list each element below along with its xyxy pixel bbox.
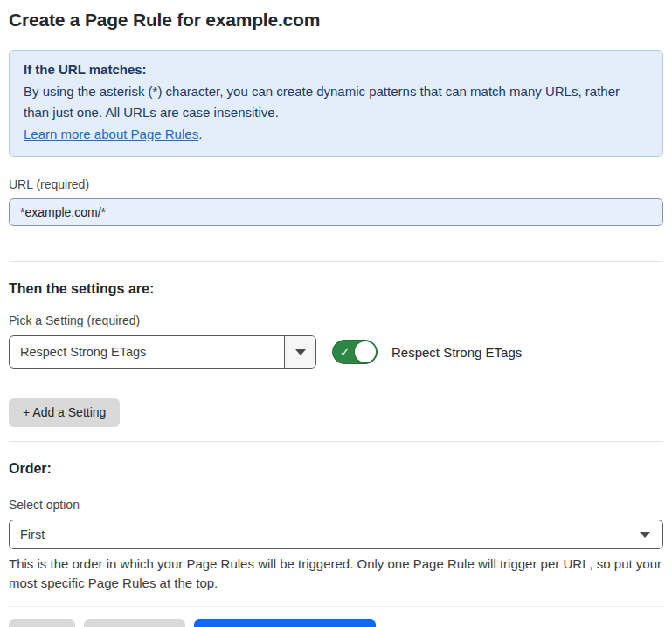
- learn-more-link[interactable]: Learn more about Page Rules: [24, 127, 198, 141]
- etag-toggle-label: Respect Strong ETags: [391, 345, 522, 360]
- url-label: URL (required): [9, 176, 663, 192]
- create-page-rule-form: Create a Page Rule for example.com If th…: [0, 0, 672, 627]
- add-setting-button[interactable]: + Add a Setting: [9, 398, 120, 427]
- info-box-body: By using the asterisk (*) character, you…: [24, 81, 648, 124]
- check-icon: ✓: [340, 347, 350, 358]
- chevron-down-icon: [295, 349, 306, 355]
- page-title: Create a Page Rule for example.com: [9, 9, 663, 31]
- setting-picker-select[interactable]: Respect Strong ETags: [9, 335, 316, 369]
- footer-actions: Cancel Save as Draft Save and Deploy Pag…: [9, 619, 663, 627]
- info-box-heading: If the URL matches:: [24, 59, 648, 81]
- setting-picker-value: Respect Strong ETags: [10, 336, 284, 368]
- link-period: .: [198, 127, 202, 141]
- save-draft-button[interactable]: Save as Draft: [84, 619, 186, 627]
- save-deploy-button[interactable]: Save and Deploy Page Rule: [194, 619, 376, 627]
- cancel-button[interactable]: Cancel: [9, 619, 75, 627]
- info-link-row: Learn more about Page Rules.: [24, 124, 648, 146]
- section-divider: [9, 261, 663, 262]
- order-select-value: First: [10, 520, 633, 548]
- order-select-label: Select option: [9, 497, 663, 513]
- order-heading: Order:: [9, 460, 663, 478]
- setting-picker-label: Pick a Setting (required): [9, 313, 663, 328]
- toggle-knob: [355, 341, 376, 362]
- settings-heading: Then the settings are:: [9, 280, 663, 298]
- chevron-down-icon: [640, 532, 650, 538]
- order-select[interactable]: First: [9, 520, 663, 549]
- order-select-arrow: [633, 520, 662, 548]
- etag-toggle[interactable]: ✓: [332, 340, 378, 364]
- url-input[interactable]: [9, 198, 663, 226]
- footer-divider: [9, 606, 663, 607]
- setting-picker-row: Respect Strong ETags ✓ Respect Strong ET…: [9, 335, 663, 369]
- section-divider: [9, 441, 663, 442]
- url-match-info-box: If the URL matches: By using the asteris…: [9, 50, 663, 157]
- setting-picker-arrow-button[interactable]: [284, 336, 315, 368]
- order-help-text: This is the order in which your Page Rul…: [9, 555, 663, 593]
